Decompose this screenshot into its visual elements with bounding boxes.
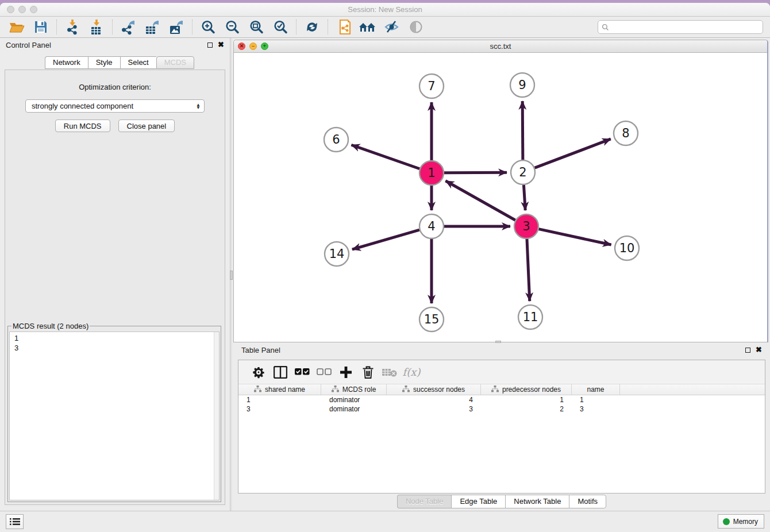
- node-1[interactable]: 1: [419, 161, 444, 185]
- node-7[interactable]: 7: [419, 74, 444, 98]
- network-canvas[interactable]: 7968124314101511: [234, 53, 767, 342]
- node-15[interactable]: 15: [419, 307, 444, 331]
- delete-column-icon[interactable]: [357, 364, 379, 381]
- open-file-icon[interactable]: [7, 18, 26, 36]
- network-maximize-button[interactable]: +: [261, 43, 268, 50]
- edge-1-2[interactable]: [444, 172, 507, 173]
- zoom-fit-icon[interactable]: [247, 18, 266, 36]
- search-box[interactable]: [598, 20, 763, 34]
- network-graph[interactable]: 7968124314101511: [234, 53, 767, 342]
- node-11[interactable]: 11: [518, 305, 542, 329]
- table-cell[interactable]: 1: [572, 395, 620, 404]
- table-cell[interactable]: 3: [238, 404, 321, 414]
- memory-button[interactable]: Memory: [718, 514, 764, 529]
- export-table-icon[interactable]: [143, 18, 162, 36]
- tab-network[interactable]: Network: [45, 56, 88, 69]
- table-cell[interactable]: 3: [387, 404, 481, 414]
- table-row[interactable]: 1dominator411: [238, 395, 765, 404]
- tab-edge-table[interactable]: Edge Table: [451, 495, 505, 508]
- network-window-titlebar[interactable]: ✕ – + scc.txt: [234, 40, 767, 53]
- table-cell[interactable]: 2: [481, 404, 572, 414]
- column-header-successor-nodes[interactable]: successor nodes: [387, 384, 481, 395]
- node-2[interactable]: 2: [511, 160, 535, 184]
- node-8[interactable]: 8: [614, 121, 638, 145]
- zoom-in-icon[interactable]: [198, 18, 218, 36]
- edge-2-8[interactable]: [535, 139, 611, 168]
- node-4[interactable]: 4: [419, 214, 444, 238]
- control-panel-title: Control Panel: [6, 41, 207, 49]
- delete-table-icon[interactable]: [379, 364, 401, 381]
- control-panel: Control Panel ✖ NetworkStyleSelectMCDS O…: [0, 38, 230, 511]
- zoom-selected-icon[interactable]: [271, 18, 290, 36]
- mcds-result-text[interactable]: 13: [9, 331, 220, 500]
- node-10[interactable]: 10: [615, 236, 639, 260]
- tab-select[interactable]: Select: [120, 56, 156, 69]
- edge-3-11[interactable]: [527, 239, 530, 301]
- close-window-button[interactable]: [7, 6, 14, 13]
- float-table-panel-icon[interactable]: [745, 348, 750, 353]
- title-bar: Session: New Session: [0, 3, 770, 17]
- table-cell[interactable]: dominator: [321, 395, 387, 404]
- table-settings-icon[interactable]: [248, 364, 270, 381]
- table-cell[interactable]: dominator: [321, 404, 387, 414]
- task-history-button[interactable]: [6, 514, 24, 529]
- mcds-result-scrollbar[interactable]: [214, 332, 219, 500]
- save-session-icon[interactable]: [31, 18, 51, 36]
- close-table-panel-icon[interactable]: ✖: [756, 347, 762, 353]
- add-column-icon[interactable]: [335, 364, 357, 381]
- show-all-icon[interactable]: [406, 18, 426, 36]
- node-table[interactable]: shared nameMCDS rolesuccessor nodesprede…: [238, 384, 765, 493]
- column-header-name[interactable]: name: [572, 384, 620, 395]
- export-image-icon[interactable]: [167, 18, 186, 36]
- column-header-predecessor-nodes[interactable]: predecessor nodes: [481, 384, 572, 395]
- network-close-button[interactable]: ✕: [238, 43, 245, 50]
- splitter-handle[interactable]: [230, 271, 233, 280]
- import-table-icon[interactable]: [87, 18, 106, 36]
- table-cell[interactable]: 1: [238, 395, 321, 404]
- tab-node-table[interactable]: Node Table: [397, 495, 452, 508]
- edge-3-1[interactable]: [445, 181, 515, 220]
- search-input[interactable]: [609, 23, 763, 31]
- tab-mcds[interactable]: MCDS: [156, 56, 194, 69]
- minimize-window-button[interactable]: [18, 6, 26, 13]
- node-14[interactable]: 14: [325, 242, 349, 266]
- split-columns-icon[interactable]: [270, 364, 291, 381]
- network-minimize-button[interactable]: –: [249, 43, 257, 50]
- optimization-criterion-dropdown[interactable]: strongly connected component ▲▼: [25, 99, 205, 113]
- hide-selection-icon[interactable]: [382, 18, 402, 36]
- edge-2-9[interactable]: [522, 101, 523, 160]
- edge-1-6[interactable]: [351, 145, 419, 169]
- node-3[interactable]: 3: [514, 214, 538, 238]
- column-header-shared-name[interactable]: shared name: [238, 384, 321, 395]
- node-9[interactable]: 9: [510, 73, 534, 97]
- edge-3-10[interactable]: [538, 229, 611, 245]
- tab-motifs[interactable]: Motifs: [569, 495, 606, 508]
- edge-2-3[interactable]: [523, 185, 525, 210]
- deselect-all-checks-icon[interactable]: [313, 364, 335, 381]
- export-network-icon[interactable]: [118, 18, 138, 36]
- close-panel-icon[interactable]: ✖: [218, 42, 224, 48]
- node-6[interactable]: 6: [324, 128, 348, 152]
- close-panel-button[interactable]: Close panel: [118, 119, 175, 132]
- tab-network-table[interactable]: Network Table: [505, 495, 569, 508]
- maximize-window-button[interactable]: [30, 6, 37, 13]
- network-from-selection-icon[interactable]: [334, 18, 353, 36]
- column-header-MCDS-role[interactable]: MCDS role: [321, 384, 387, 395]
- first-neighbors-icon[interactable]: [358, 18, 378, 36]
- search-icon: [602, 24, 609, 31]
- refresh-icon[interactable]: [302, 18, 322, 36]
- zoom-out-icon[interactable]: [222, 18, 242, 36]
- panel-splitter[interactable]: [230, 38, 232, 511]
- table-cell[interactable]: 1: [481, 395, 572, 404]
- table-cell[interactable]: 4: [387, 395, 481, 404]
- tab-style[interactable]: Style: [88, 56, 120, 69]
- edge-4-14[interactable]: [352, 230, 419, 249]
- content-area: Control Panel ✖ NetworkStyleSelectMCDS O…: [0, 38, 770, 511]
- select-all-checks-icon[interactable]: [291, 364, 313, 381]
- run-mcds-button[interactable]: Run MCDS: [55, 119, 110, 132]
- float-panel-icon[interactable]: [207, 43, 213, 48]
- import-network-icon[interactable]: [63, 18, 82, 36]
- table-row[interactable]: 3dominator323: [238, 404, 765, 414]
- table-cell[interactable]: 3: [572, 404, 620, 414]
- mcds-result-group: MCDS result (2 nodes) 13: [7, 322, 221, 502]
